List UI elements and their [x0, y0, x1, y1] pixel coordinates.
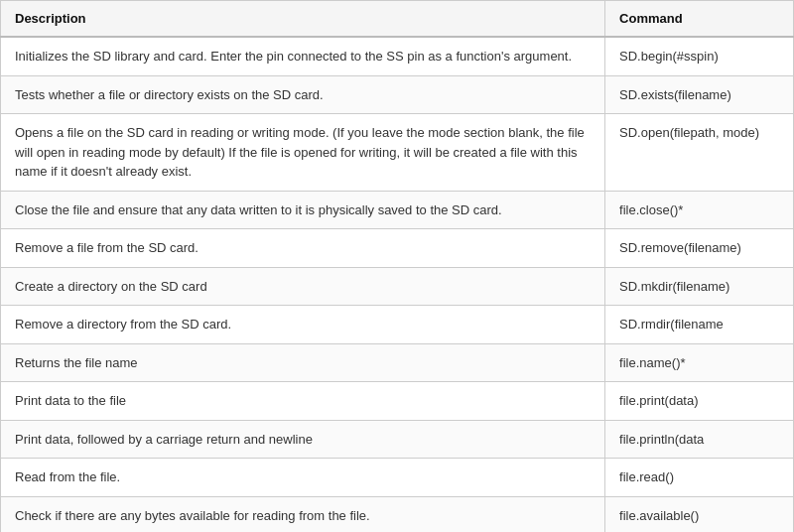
- table-row: Remove a file from the SD card.SD.remove…: [1, 229, 794, 268]
- table-row: Create a directory on the SD cardSD.mkdi…: [1, 267, 794, 306]
- table-row: Tests whether a file or directory exists…: [1, 75, 794, 114]
- cell-description: Close the file and ensure that any data …: [1, 191, 605, 229]
- table-row: Print data, followed by a carriage retur…: [1, 420, 794, 459]
- table-row: Read from the file.file.read(): [1, 459, 794, 497]
- cell-description: Tests whether a file or directory exists…: [1, 75, 605, 114]
- cell-command: SD.remove(filename): [605, 229, 794, 268]
- cell-command: file.name()*: [605, 343, 794, 382]
- sd-commands-table: Description Command Initializes the SD l…: [0, 0, 794, 532]
- cell-description: Initializes the SD library and card. Ent…: [1, 37, 605, 75]
- cell-description: Remove a directory from the SD card.: [1, 306, 605, 344]
- header-description: Description: [1, 1, 605, 38]
- table-row: Returns the file namefile.name()*: [1, 343, 794, 382]
- cell-command: SD.begin(#sspin): [605, 37, 794, 75]
- cell-command: file.read(): [605, 459, 794, 497]
- table-row: Print data to the filefile.print(data): [1, 382, 794, 421]
- cell-description: Print data, followed by a carriage retur…: [1, 420, 605, 459]
- cell-command: SD.open(filepath, mode): [605, 114, 794, 192]
- cell-description: Returns the file name: [1, 343, 605, 382]
- cell-description: Create a directory on the SD card: [1, 267, 605, 306]
- table-row: Initializes the SD library and card. Ent…: [1, 37, 794, 75]
- cell-command: SD.mkdir(filename): [605, 267, 794, 306]
- cell-description: Print data to the file: [1, 382, 605, 421]
- cell-command: file.print(data): [605, 382, 794, 421]
- cell-description: Check if there are any bytes available f…: [1, 496, 605, 532]
- header-command: Command: [605, 1, 794, 38]
- cell-description: Opens a file on the SD card in reading o…: [1, 114, 605, 192]
- cell-description: Read from the file.: [1, 459, 605, 497]
- cell-command: file.close()*: [605, 191, 794, 229]
- table-row: Close the file and ensure that any data …: [1, 191, 794, 229]
- table-row: Check if there are any bytes available f…: [1, 496, 794, 532]
- cell-command: file.available(): [605, 496, 794, 532]
- cell-command: file.println(data: [605, 420, 794, 459]
- table-row: Opens a file on the SD card in reading o…: [1, 114, 794, 192]
- cell-command: SD.rmdir(filename: [605, 306, 794, 344]
- cell-command: SD.exists(filename): [605, 75, 794, 114]
- table-row: Remove a directory from the SD card.SD.r…: [1, 306, 794, 344]
- cell-description: Remove a file from the SD card.: [1, 229, 605, 268]
